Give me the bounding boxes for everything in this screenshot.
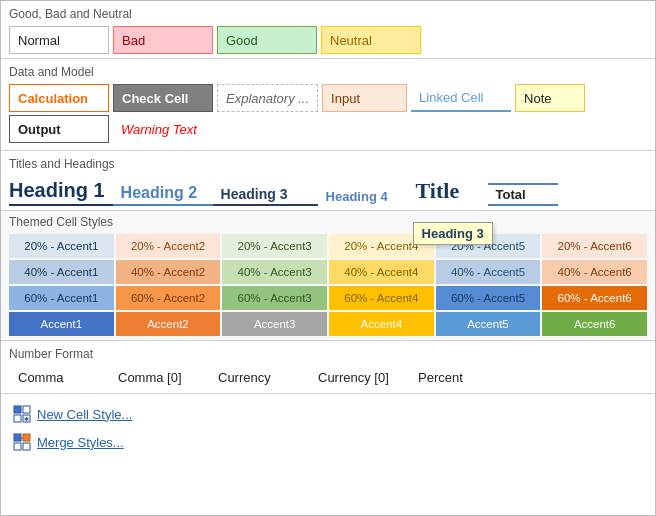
cell-styles-panel: Good, Bad and Neutral Normal Bad Good Ne… <box>0 0 656 516</box>
accent6-solid-cell[interactable]: Accent6 <box>542 312 647 336</box>
checkcell-cell[interactable]: Check Cell <box>113 84 213 112</box>
note-cell[interactable]: Note <box>515 84 585 112</box>
accent4-40-cell[interactable]: 40% - Accent4 <box>329 260 434 284</box>
dm-title: Data and Model <box>9 65 647 79</box>
output-cell[interactable]: Output <box>9 115 109 143</box>
svg-rect-9 <box>23 443 30 450</box>
nf-section: Number Format Comma Comma [0] Currency C… <box>1 341 655 394</box>
new-style-icon <box>13 405 31 423</box>
heading2-cell[interactable]: Heading 2 <box>113 182 213 206</box>
merge-styles-icon <box>13 433 31 451</box>
accent5-60-cell[interactable]: 60% - Accent5 <box>436 286 541 310</box>
accent3-60-cell[interactable]: 60% - Accent3 <box>222 286 327 310</box>
themed-grid: 20% - Accent1 20% - Accent2 20% - Accent… <box>9 234 647 336</box>
svg-rect-6 <box>14 434 21 441</box>
accent3-20-cell[interactable]: 20% - Accent3 <box>222 234 327 258</box>
currency-cell[interactable]: Currency <box>209 366 309 389</box>
footer-section: New Cell Style... Merge Styles... <box>1 394 655 466</box>
svg-rect-0 <box>14 406 21 413</box>
heading3-tooltip: Heading 3 <box>413 222 493 245</box>
explanatory-cell[interactable]: Explanatory ... <box>217 84 318 112</box>
input-cell[interactable]: Input <box>322 84 407 112</box>
good-cell[interactable]: Good <box>217 26 317 54</box>
nf-row: Comma Comma [0] Currency Currency [0] Pe… <box>9 366 647 389</box>
comma0-cell[interactable]: Comma [0] <box>109 366 209 389</box>
svg-rect-7 <box>23 434 30 441</box>
warningtext-cell[interactable]: Warning Text <box>113 115 213 143</box>
accent1-60-cell[interactable]: 60% - Accent1 <box>9 286 114 310</box>
heading3-cell[interactable]: Heading 3 <box>213 184 318 206</box>
new-cell-style-label: New Cell Style... <box>37 407 132 422</box>
accent2-solid-cell[interactable]: Accent2 <box>116 312 221 336</box>
accent1-20-cell[interactable]: 20% - Accent1 <box>9 234 114 258</box>
dm-section: Data and Model Calculation Check Cell Ex… <box>1 59 655 151</box>
heading3-wrap: Heading 3 Heading 3 <box>213 184 318 206</box>
svg-rect-2 <box>14 415 21 422</box>
nf-title: Number Format <box>9 347 647 361</box>
normal-cell[interactable]: Normal <box>9 26 109 54</box>
themed-title: Themed Cell Styles <box>9 215 647 229</box>
accent2-60-cell[interactable]: 60% - Accent2 <box>116 286 221 310</box>
comma-cell[interactable]: Comma <box>9 366 109 389</box>
heading4-cell[interactable]: Heading 4 <box>318 187 408 206</box>
th-row: Heading 1 Heading 2 Heading 3 Heading 3 … <box>9 176 647 206</box>
title-cell[interactable]: Title <box>408 176 488 206</box>
dm-row2: Output Warning Text <box>9 115 647 143</box>
svg-rect-1 <box>23 406 30 413</box>
new-cell-style-button[interactable]: New Cell Style... <box>9 402 136 426</box>
accent5-solid-cell[interactable]: Accent5 <box>436 312 541 336</box>
accent4-solid-cell[interactable]: Accent4 <box>329 312 434 336</box>
accent1-40-cell[interactable]: 40% - Accent1 <box>9 260 114 284</box>
gbn-section: Good, Bad and Neutral Normal Bad Good Ne… <box>1 1 655 59</box>
percent-cell[interactable]: Percent <box>409 366 509 389</box>
linkedcell-cell[interactable]: Linked Cell <box>411 84 511 112</box>
currency0-cell[interactable]: Currency [0] <box>309 366 409 389</box>
accent3-solid-cell[interactable]: Accent3 <box>222 312 327 336</box>
gbn-row: Normal Bad Good Neutral <box>9 26 647 54</box>
accent6-20-cell[interactable]: 20% - Accent6 <box>542 234 647 258</box>
merge-styles-button[interactable]: Merge Styles... <box>9 430 128 454</box>
accent4-60-cell[interactable]: 60% - Accent4 <box>329 286 434 310</box>
accent6-60-cell[interactable]: 60% - Accent6 <box>542 286 647 310</box>
gbn-title: Good, Bad and Neutral <box>9 7 647 21</box>
total-cell[interactable]: Total <box>488 183 558 206</box>
th-title: Titles and Headings <box>9 157 647 171</box>
dm-row1: Calculation Check Cell Explanatory ... I… <box>9 84 647 112</box>
accent2-20-cell[interactable]: 20% - Accent2 <box>116 234 221 258</box>
merge-styles-label: Merge Styles... <box>37 435 124 450</box>
accent1-solid-cell[interactable]: Accent1 <box>9 312 114 336</box>
themed-section: Themed Cell Styles 20% - Accent1 20% - A… <box>1 211 655 341</box>
accent2-40-cell[interactable]: 40% - Accent2 <box>116 260 221 284</box>
bad-cell[interactable]: Bad <box>113 26 213 54</box>
accent5-40-cell[interactable]: 40% - Accent5 <box>436 260 541 284</box>
th-section: Titles and Headings Heading 1 Heading 2 … <box>1 151 655 211</box>
accent3-40-cell[interactable]: 40% - Accent3 <box>222 260 327 284</box>
neutral-cell[interactable]: Neutral <box>321 26 421 54</box>
svg-rect-8 <box>14 443 21 450</box>
calc-cell[interactable]: Calculation <box>9 84 109 112</box>
accent6-40-cell[interactable]: 40% - Accent6 <box>542 260 647 284</box>
heading1-cell[interactable]: Heading 1 <box>9 177 113 206</box>
